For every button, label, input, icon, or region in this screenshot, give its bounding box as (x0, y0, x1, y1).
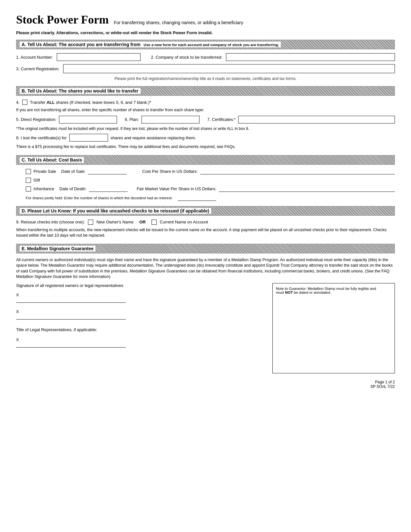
certificates-footnote: *The original certificates must be inclu… (16, 126, 395, 132)
sig-line-2-container: X (16, 309, 266, 320)
section-e-title: E. Medallion Signature Guarantee (21, 246, 94, 251)
guarantor-note-1: Note to Guarantor: Medallion Stamp must … (276, 287, 376, 291)
section-d-header: D. Please Let Us Know: If you would like… (16, 206, 395, 216)
gift-checkbox[interactable] (26, 178, 31, 183)
sig-line-2[interactable] (16, 319, 126, 320)
sig-x-3: X (16, 337, 19, 342)
guarantor-note-2: must (276, 291, 284, 294)
title-row: Stock Power Form For transferring shares… (16, 13, 395, 26)
certificates-label: 7. Certificates:* (207, 117, 236, 122)
cost-per-share-label: Cost Per Share in US Dollars: (142, 169, 198, 174)
account-number-label: 1. Account Number: (16, 55, 53, 60)
item4-text: Transfer ALL shares (If checked, leave b… (30, 100, 151, 105)
private-sale-row: Private Sale Date of Sale: Cost Per Shar… (16, 169, 395, 174)
date-of-death-label: Date of Death: (59, 186, 86, 191)
section-b-header: B. Tell Us About: The shares you would l… (16, 86, 395, 96)
current-registration-input[interactable] (63, 64, 395, 73)
signature-section: Signature of all registered owners or le… (16, 283, 395, 373)
lost-cert-suffix: shares and require assistance replacing … (111, 135, 196, 140)
section-e-header: E. Medallion Signature Guarantee (16, 244, 395, 253)
medallion-stamp-box: Note to Guarantor: Medallion Stamp must … (272, 283, 395, 373)
sig-line-3[interactable] (16, 347, 126, 348)
section-e: E. Medallion Signature Guarantee All cur… (16, 244, 395, 373)
section-a-title-bold: A. Tell Us About: The account you are tr… (21, 42, 142, 47)
section-c-title: C. Tell Us About: Cost Basis (21, 157, 83, 163)
lost-cert-input[interactable] (69, 134, 108, 142)
section-d-para: When transferring to multiple accounts, … (16, 227, 395, 239)
reissue-new-owner-checkbox[interactable] (88, 220, 93, 225)
shares-row: 5. Direct Registration: 6. Plan: 7. Cert… (16, 116, 395, 123)
footer-form: SP SOnL 7/22 (16, 384, 395, 389)
plan-label: 6. Plan: (125, 117, 139, 122)
date-of-sale-input[interactable] (88, 169, 127, 174)
section-b: B. Tell Us About: The shares you would l… (16, 86, 395, 150)
warning-text: Please print clearly. Alterations, corre… (16, 30, 395, 35)
lost-certificate-row: 8. I lost the certificate(s) for shares … (16, 134, 395, 142)
section-b-para1: If you are not transferring all shares, … (16, 107, 395, 113)
guarantor-note-3: NOT (285, 291, 293, 294)
reissue-current-name-checkbox[interactable] (152, 220, 157, 225)
sig-left: Signature of all registered owners or le… (16, 283, 266, 373)
page-footer: Page 1 of 2 SP SOnL 7/22 (16, 380, 395, 389)
item4-number: 4. (16, 100, 20, 105)
sig-line-1-container: X (16, 292, 266, 303)
title-label-container: Title of Legal Representatives, if appli… (16, 327, 266, 332)
section-a-header-note: Use a new form for each account and comp… (143, 43, 280, 47)
row-4: 4. Transfer ALL shares (If checked, leav… (16, 100, 395, 105)
current-name-label: Current Name on Account (160, 220, 208, 224)
direct-reg-input[interactable] (59, 116, 117, 123)
guarantor-note: Note to Guarantor: Medallion Stamp must … (276, 287, 391, 294)
direct-reg-label: 5. Direct Registration: (16, 117, 56, 122)
section-e-para: All current owners or authorized individ… (16, 257, 395, 280)
lost-cert-label: 8. I lost the certificate(s) for (16, 135, 67, 140)
account-number-row: 1. Account Number: 2. Company of stock t… (16, 53, 395, 61)
sig-owners-label: Signature of all registered owners or le… (16, 283, 266, 288)
certificates-input[interactable] (238, 116, 395, 123)
private-sale-label: Private Sale (34, 169, 56, 174)
current-registration-label: 3. Current Registration: (16, 66, 59, 71)
or-label: OR (139, 220, 146, 224)
sig-x-1: X (16, 292, 19, 297)
date-of-death-input[interactable] (89, 186, 128, 192)
guarantor-note-4: be dated or annotated. (294, 291, 331, 294)
private-sale-checkbox[interactable] (26, 169, 31, 174)
company-stock-input[interactable] (226, 53, 395, 61)
inheritance-checkbox[interactable] (26, 186, 31, 192)
current-registration-row: 3. Current Registration: (16, 64, 395, 73)
gift-label: Gift (34, 178, 40, 182)
form-title: Stock Power Form (16, 13, 109, 26)
section-d-title: D. Please Let Us Know: If you would like… (21, 208, 210, 214)
plan-input[interactable] (142, 116, 200, 123)
sig-x-2: X (16, 309, 19, 314)
footer-page: Page 1 of 2 (16, 380, 395, 384)
section-b-title: B. Tell Us About: The shares you would l… (21, 88, 140, 94)
inheritance-row: Inheritance Date of Death: Fair Market V… (16, 186, 395, 192)
jointly-held-row: For shares jointly held: Enter the numbe… (16, 195, 395, 201)
cost-per-share-input[interactable] (200, 169, 395, 174)
sig-line-3-container: X (16, 337, 266, 348)
reissue-row: 9. Reissue checks into (choose one): New… (16, 220, 395, 225)
registration-note: Please print the full registration/names… (16, 76, 395, 81)
jointly-held-text: For shares jointly held: Enter the numbe… (26, 196, 172, 200)
date-of-sale-label: Date of Sale: (61, 169, 85, 174)
section-c: C. Tell Us About: Cost Basis Private Sal… (16, 155, 395, 201)
fair-market-input[interactable] (219, 186, 395, 192)
sig-line-1[interactable] (16, 302, 126, 303)
transfer-all-checkbox[interactable] (22, 100, 27, 105)
title-of-reps-label: Title of Legal Representatives, if appli… (16, 327, 266, 332)
fair-market-label: Fair Market Value Per Share in US Dollar… (137, 186, 216, 191)
reissue-label: 9. Reissue checks into (choose one): (16, 220, 85, 224)
jointly-held-input[interactable] (178, 195, 216, 201)
form-subtitle: For transferring shares, changing names,… (114, 20, 243, 25)
section-d: D. Please Let Us Know: If you would like… (16, 206, 395, 239)
section-a-header: A. Tell Us About: The account you are tr… (16, 40, 395, 49)
inheritance-label: Inheritance (34, 186, 54, 191)
gift-row: Gift (16, 178, 395, 183)
new-owner-label: New Owner's Name (96, 220, 133, 224)
section-a: A. Tell Us About: The account you are tr… (16, 40, 395, 81)
account-number-input[interactable] (57, 53, 141, 61)
company-stock-label: 2. Company of stock to be transferred: (151, 55, 222, 60)
section-c-header: C. Tell Us About: Cost Basis (16, 155, 395, 165)
fee-note: There is a $75 processing fee to replace… (16, 144, 395, 150)
